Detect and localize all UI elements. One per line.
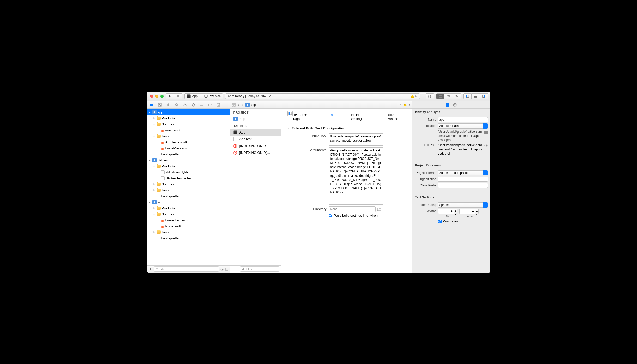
target-item[interactable]: [INDEXING ONLY]... (230, 143, 281, 149)
minimize-window[interactable] (155, 95, 158, 98)
remove-target-button[interactable]: − (236, 267, 238, 271)
project-item[interactable]: app (230, 116, 281, 122)
next-icon[interactable] (408, 104, 411, 106)
tree-row[interactable]: utilities (147, 157, 230, 163)
source-control-tab[interactable] (156, 102, 164, 108)
debug-navigator-tab[interactable] (198, 102, 205, 108)
standard-editor-button[interactable] (436, 93, 444, 99)
tree-row[interactable]: Sources (147, 181, 230, 187)
tree-row[interactable]: LinkedList.swift (147, 217, 230, 223)
indent-width-stepper[interactable]: ▴▾ (459, 209, 479, 214)
toggle-inspector[interactable] (480, 93, 488, 99)
warning-icon[interactable] (403, 103, 407, 107)
zoom-window[interactable] (160, 95, 164, 98)
tree-row[interactable]: Products (147, 163, 230, 169)
run-button[interactable] (166, 93, 174, 99)
build-tool-field[interactable]: /Users/daniel/gradle/native-samples/swif… (329, 133, 383, 146)
stop-icon (176, 94, 180, 98)
proj-format-select[interactable]: Xcode 3.2-compatible (438, 170, 488, 175)
folder-picker-icon[interactable] (377, 207, 381, 211)
arrows-icon (455, 94, 459, 98)
indent-using-select[interactable]: Spaces (438, 202, 488, 208)
folder-picker-icon[interactable] (484, 130, 488, 134)
report-navigator-tab[interactable] (215, 102, 222, 108)
targets-section-header: TARGETS (230, 122, 281, 129)
issue-navigator-tab[interactable] (181, 102, 189, 108)
tree-row[interactable]: Tests (147, 187, 230, 193)
target-item[interactable]: App (230, 129, 281, 136)
assistant-editor-button[interactable] (444, 93, 453, 99)
svg-text:?: ? (454, 104, 455, 106)
scheme-selector[interactable]: App 〉 My Mac (184, 93, 223, 99)
arguments-field[interactable]: -Porg.gradle.internal.xcode.bridge.ACTIO… (329, 147, 383, 205)
tree-row[interactable]: build.gradle (147, 193, 230, 199)
tree-row[interactable]: list (147, 199, 230, 205)
wrap-lines-label: Wrap lines (443, 220, 458, 223)
scheme-target: App (192, 94, 198, 98)
forward-icon[interactable] (241, 104, 244, 106)
recent-icon[interactable] (220, 267, 224, 271)
reveal-icon[interactable] (484, 144, 488, 147)
targets-filter[interactable]: Filter (240, 266, 279, 272)
project-navigator-tab[interactable] (148, 102, 155, 108)
related-items-icon[interactable] (232, 103, 236, 107)
class-prefix-field[interactable] (438, 183, 488, 188)
tree-row[interactable]: Sources (147, 211, 230, 217)
tree-row[interactable]: Products (147, 115, 230, 121)
stop-button[interactable] (174, 93, 182, 99)
add-button[interactable]: + (148, 267, 153, 271)
tab-width-stepper[interactable]: ▴▾ (438, 209, 457, 214)
toggle-debug[interactable] (472, 93, 480, 99)
tree-row[interactable]: build.gradle (147, 235, 230, 241)
breakpoint-navigator-tab[interactable] (206, 102, 214, 108)
version-editor-button[interactable] (453, 93, 461, 99)
tree-row[interactable]: Sources (147, 121, 230, 127)
file-inspector-tab[interactable] (446, 103, 450, 107)
tree-row[interactable]: Tests (147, 133, 230, 139)
breadcrumb[interactable]: app (245, 103, 256, 107)
tree-row[interactable]: AppTests.swift (147, 139, 230, 145)
close-window[interactable] (150, 95, 153, 98)
tree-row[interactable]: Tests (147, 229, 230, 235)
find-navigator-tab[interactable] (173, 102, 180, 108)
back-icon[interactable] (237, 104, 240, 106)
tree-row[interactable]: main.swift (147, 127, 230, 133)
target-label: AppTest (239, 137, 252, 141)
tab-build-settings[interactable]: Build Settings (351, 113, 371, 121)
pass-env-checkbox[interactable] (329, 214, 332, 217)
tab-build-phases[interactable]: Build Phases (387, 113, 406, 121)
tab-resource-tags[interactable]: Resource Tags (293, 113, 314, 121)
tree-row[interactable]: app (147, 109, 230, 115)
filter-placeholder: Filter (160, 268, 166, 271)
test-navigator-tab[interactable] (190, 102, 197, 108)
wrap-lines-checkbox[interactable] (438, 220, 442, 223)
tree-row[interactable]: Products (147, 205, 230, 211)
toggle-navigator[interactable] (463, 93, 472, 99)
help-inspector-tab[interactable]: ? (453, 103, 457, 107)
project-tree[interactable]: appProductsSourcesmain.swiftTestsAppTest… (147, 109, 230, 265)
toggle-targets-sidebar[interactable] (287, 111, 293, 116)
navigator-filter[interactable]: Filter (154, 266, 219, 272)
tab-info[interactable]: Info (330, 113, 336, 121)
tree-row[interactable]: build.gradle (147, 151, 230, 157)
location-select[interactable]: Absolute Path (438, 123, 488, 129)
symbol-navigator-tab[interactable] (165, 102, 172, 108)
breadcrumb-text: app (251, 103, 256, 107)
prev-icon[interactable] (400, 104, 402, 106)
target-item[interactable]: [INDEXING ONLY]... (230, 149, 281, 156)
tree-row[interactable]: UtilitiesTest.xctest (147, 175, 230, 181)
code-review-button[interactable]: { } (426, 93, 434, 99)
directory-field[interactable] (329, 206, 376, 212)
target-item[interactable]: AppTest (230, 136, 281, 143)
issue-indicator[interactable]: 6 (411, 94, 417, 98)
tree-row[interactable]: libUtilities.dylib (147, 169, 230, 175)
name-field[interactable] (438, 117, 488, 122)
xcode-window: App 〉 My Mac app: Ready | Today at 3:04 … (147, 92, 490, 273)
add-target-button[interactable]: + (232, 267, 234, 271)
section-header[interactable]: External Build Tool Configuration (287, 126, 406, 130)
tree-row[interactable]: LinuxMain.swift (147, 145, 230, 151)
activity-viewer[interactable]: app: Ready | Today at 3:04 PM 6 (225, 93, 420, 99)
tree-row[interactable]: Node.swift (147, 223, 230, 229)
scm-status-icon[interactable] (225, 267, 229, 271)
organization-field[interactable] (438, 177, 488, 182)
